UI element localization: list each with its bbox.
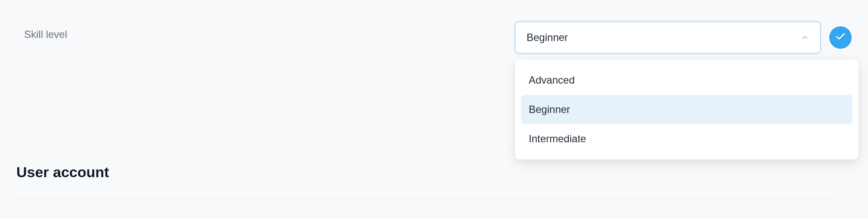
section-heading-user-account: User account — [16, 164, 109, 181]
confirm-button[interactable] — [829, 26, 852, 49]
skill-level-selected-value: Beginner — [527, 31, 568, 44]
skill-level-label: Skill level — [24, 28, 67, 41]
section-divider — [16, 198, 830, 199]
dropdown-option-label: Advanced — [529, 74, 575, 86]
skill-level-row: Skill level Beginner Advanced Beginner — [0, 0, 868, 53]
chevron-up-icon — [800, 33, 809, 42]
skill-level-dropdown: Advanced Beginner Intermediate — [515, 59, 859, 160]
dropdown-option-advanced[interactable]: Advanced — [521, 66, 852, 95]
skill-level-select-container: Beginner Advanced Beginner Intermediate — [515, 22, 821, 53]
skill-level-control-wrap: Beginner Advanced Beginner Intermediate — [515, 22, 852, 53]
dropdown-option-intermediate[interactable]: Intermediate — [521, 124, 852, 153]
dropdown-option-beginner[interactable]: Beginner — [521, 95, 852, 124]
dropdown-option-label: Intermediate — [529, 133, 586, 144]
check-icon — [835, 31, 846, 44]
dropdown-option-label: Beginner — [529, 103, 570, 115]
skill-level-select[interactable]: Beginner — [515, 22, 821, 53]
